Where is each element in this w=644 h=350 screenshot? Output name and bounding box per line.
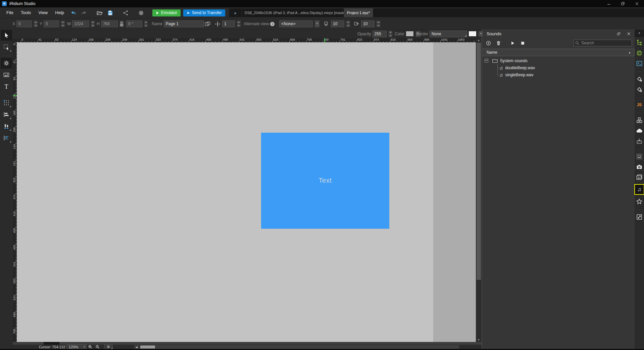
angle-field[interactable]: 0 ° [126,20,142,27]
maximize-button[interactable] [616,0,630,7]
sounds-icon[interactable]: ♫ [634,184,644,195]
share-button[interactable] [121,9,130,17]
text-widget[interactable]: Text [261,133,389,229]
width-stepper[interactable]: ▲▼ [91,20,95,27]
new-tab-button[interactable]: + [229,8,242,17]
delete-sound-button[interactable] [495,40,502,46]
zoom-in-button[interactable] [87,345,93,349]
text-widget-label: Text [319,177,332,184]
undo-button[interactable] [69,9,78,17]
open-project-button[interactable] [95,9,104,17]
view-count-stepper[interactable]: ▲▼ [237,20,241,27]
menu-tools[interactable]: Tools [17,7,35,18]
opacity-field[interactable]: 255 [373,31,387,37]
width-field[interactable]: 1024 [72,20,89,27]
collapse-icon[interactable] [485,59,488,62]
expand-icon[interactable] [635,213,643,221]
horizontal-scrollbar[interactable] [140,345,459,349]
js-editor-icon[interactable]: JS [635,101,643,108]
emulator-button-label: Emulator [161,10,177,15]
float-panel-button[interactable] [616,31,621,36]
grid-rows-stepper[interactable]: ▲▼ [376,20,381,27]
minimize-button[interactable] [602,0,616,7]
sound-file-row[interactable]: ♫doubleBeep.wav [482,64,635,71]
lock-ratio-icon[interactable] [118,20,125,27]
text-tool[interactable]: T [1,81,12,92]
play-sound-button[interactable] [509,40,516,46]
design-canvas[interactable]: Text [17,42,476,342]
horizontal-scrollbar-thumb[interactable] [140,345,155,348]
menu-view[interactable]: View [35,7,51,18]
scroll-down-button[interactable]: ▼ [476,338,482,342]
dropdown-arrow-icon[interactable]: ▼ [314,20,320,28]
grid-points-tool[interactable] [1,97,12,108]
gallery-dynamic-icon[interactable] [635,86,643,93]
sounds-column-header[interactable]: Name ▲ [482,49,635,56]
camera-icon[interactable] [635,163,643,171]
zoom-level-value: 120% [69,345,78,349]
send-to-transfer-button[interactable]: Send to Transfer [183,9,225,16]
zoom-out-button[interactable] [95,345,101,349]
stop-sound-button[interactable] [519,40,526,46]
align-tool[interactable] [1,109,12,120]
border-dropdown-arrow[interactable]: ▼ [478,31,484,37]
border-field[interactable]: None [430,31,467,37]
align-lines-tool[interactable] [1,133,12,143]
marquee-select-tool[interactable] [1,42,12,52]
bottom-strip-thumb[interactable] [44,342,59,345]
border-color-swatch[interactable] [468,31,477,37]
settings-tool[interactable] [1,58,12,69]
images-icon[interactable] [635,174,643,181]
scroll-up-button[interactable]: ▲ [476,38,482,42]
image-tool[interactable] [1,70,12,80]
distribute-tool[interactable] [1,121,12,132]
vertical-scrollbar[interactable]: ▼ [476,42,482,342]
select-tool[interactable] [1,30,12,41]
add-sound-button[interactable] [485,40,492,46]
settings-button[interactable] [137,9,145,17]
sounds-search-input[interactable] [574,40,632,46]
x-stepper[interactable]: ▲▼ [34,20,38,27]
redo-button[interactable] [80,9,88,17]
y-field[interactable]: 0 [44,20,59,27]
close-button[interactable] [630,0,644,7]
grid-columns-field[interactable]: 10 [331,20,344,27]
import-icon[interactable] [635,137,643,145]
grid-rows-field[interactable]: 10 [361,20,375,27]
scripts-terminal-icon[interactable] [635,60,643,67]
x-field[interactable]: 0 [16,20,32,27]
page-type-icon[interactable] [204,20,211,27]
panel-selector-dropdown[interactable]: ▼ [635,30,644,37]
gallery-icon[interactable] [635,153,643,160]
alternate-view-select[interactable]: <None> [279,20,313,27]
close-panel-button[interactable] [626,31,631,36]
gallery-widgets-icon[interactable] [635,75,643,83]
zoom-in-icon [88,345,93,349]
sound-file-row[interactable]: ♫singleBeep.wav [482,71,635,78]
menu-file[interactable]: File [3,7,17,18]
view-count-field[interactable]: 1 [222,20,235,27]
ruler-corner [13,38,17,42]
emulator-button[interactable]: Emulator [152,9,181,16]
opacity-stepper[interactable]: ▲▼ [388,31,393,37]
color-swatch[interactable] [406,31,414,37]
y-stepper[interactable]: ▲▼ [61,20,65,27]
angle-stepper[interactable]: ▲▼ [144,20,148,27]
scroll-left-button[interactable]: ◀ [134,345,139,349]
height-field[interactable]: 768 [101,20,118,27]
tool-separator [2,146,10,146]
info-icon[interactable]: i [270,22,275,26]
favorites-icon[interactable] [635,198,643,205]
grid-columns-stepper[interactable]: ▲▼ [346,20,350,27]
project-tree-icon[interactable] [635,39,643,46]
sounds-folder-row[interactable]: System sounds [482,57,635,64]
modules-icon[interactable] [635,117,643,124]
project-tab-1[interactable]: DS8_2048x1536 (iPad 3, iPad A...etina Di… [242,8,344,17]
project-tab-2[interactable]: Project 1.irpz* [344,8,373,17]
cloud-icon[interactable] [635,127,643,134]
page-name-field[interactable]: Page 1 [164,20,204,27]
save-project-button[interactable] [106,9,114,17]
drivers-icon[interactable] [635,49,643,57]
vertical-scrollbar-thumb[interactable] [477,43,481,280]
menu-help[interactable]: Help [51,7,68,18]
